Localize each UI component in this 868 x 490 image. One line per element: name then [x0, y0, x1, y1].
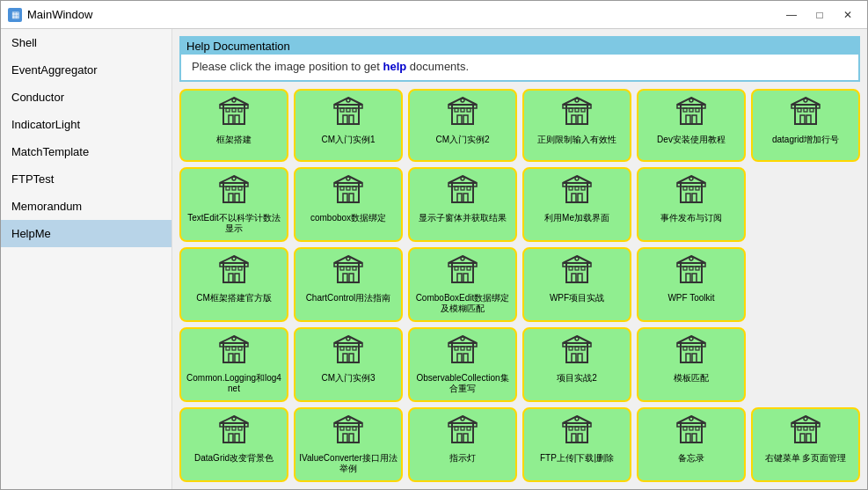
svg-rect-43: [696, 108, 699, 112]
card-item-26[interactable]: 指示灯: [408, 407, 517, 482]
card-item-14[interactable]: ComboBoxEdit数据绑定及模糊匹配: [408, 247, 517, 322]
svg-point-53: [804, 99, 807, 102]
svg-rect-121: [463, 274, 468, 282]
card-item-12[interactable]: CM框架搭建官方版: [179, 247, 288, 322]
svg-rect-85: [578, 194, 582, 202]
card-label-9: 利用Me加载界面: [544, 213, 609, 223]
svg-rect-228: [686, 434, 690, 442]
svg-point-188: [689, 337, 693, 340]
card-icon-24: [216, 414, 252, 450]
help-title: Help Documentation: [181, 38, 858, 55]
svg-rect-15: [346, 108, 350, 112]
svg-point-8: [232, 99, 236, 102]
svg-point-17: [346, 99, 350, 102]
maximize-button[interactable]: □: [807, 5, 832, 25]
card-label-15: WPF项目实战: [550, 293, 604, 304]
svg-point-224: [575, 417, 579, 421]
card-item-3[interactable]: 正则限制输入有效性: [522, 89, 631, 162]
card-item-29[interactable]: 右键菜单 多页面管理: [751, 407, 860, 482]
svg-rect-94: [692, 194, 697, 202]
card-item-10[interactable]: 事件发布与订阅: [637, 167, 746, 242]
svg-point-44: [689, 99, 693, 102]
card-icon-4: [674, 96, 709, 131]
card-label-8: 显示子窗体并获取结果: [419, 213, 507, 223]
card-item-19[interactable]: CM入门实例3: [294, 327, 403, 402]
card-item-18[interactable]: Common.Logging和log4net: [179, 327, 288, 402]
card-item-7[interactable]: combobox数据绑定: [294, 167, 403, 242]
card-item-21[interactable]: 项目实战2: [522, 327, 631, 402]
card-item-25[interactable]: IValueConverter接口用法举例: [294, 407, 403, 482]
card-item-0[interactable]: 框架搭建: [179, 89, 288, 162]
card-item-4[interactable]: Dev安装使用教程: [637, 89, 746, 162]
svg-rect-39: [686, 115, 690, 124]
sidebar-item-eventaggregator[interactable]: EventAggregator: [1, 56, 171, 84]
sidebar-item-memorandum[interactable]: Memorandum: [1, 193, 171, 220]
card-label-28: 备忘录: [678, 453, 704, 464]
svg-rect-76: [463, 194, 468, 202]
svg-rect-50: [798, 108, 801, 112]
svg-rect-210: [457, 434, 462, 442]
sidebar-item-helpme[interactable]: HelpMe: [1, 220, 171, 247]
card-icon-27: [559, 414, 594, 450]
svg-rect-120: [457, 274, 462, 282]
card-item-24[interactable]: DataGrid改变背景色: [179, 407, 288, 482]
card-item-27[interactable]: FTP上传|下载|删除: [522, 407, 631, 482]
card-label-5: datagrid增加行号: [772, 135, 839, 145]
card-item-6[interactable]: TextEdit不以科学计数法显示: [179, 167, 288, 242]
sidebar-item-ftptest[interactable]: FTPTest: [1, 165, 171, 193]
svg-point-89: [575, 177, 579, 180]
card-icon-16: [674, 254, 709, 289]
svg-rect-52: [810, 108, 813, 112]
svg-rect-175: [578, 354, 582, 362]
sidebar-item-indicatorlight[interactable]: IndicatorLight: [1, 111, 171, 138]
card-item-16[interactable]: WPF Toolkit: [637, 247, 746, 322]
card-item-5[interactable]: datagrid增加行号: [751, 89, 860, 162]
card-item-28[interactable]: 备忘录: [637, 407, 746, 482]
card-icon-2: [445, 96, 480, 131]
card-icon-13: [331, 254, 366, 289]
card-item-2[interactable]: CM入门实例2: [408, 89, 517, 162]
minimize-button[interactable]: —: [779, 5, 804, 25]
svg-rect-3: [229, 115, 233, 124]
sidebar: ShellEventAggregatorConductorIndicatorLi…: [1, 29, 172, 489]
svg-point-233: [689, 417, 693, 421]
card-item-9[interactable]: 利用Me加载界面: [522, 167, 631, 242]
svg-rect-67: [349, 194, 354, 202]
svg-rect-229: [692, 434, 697, 442]
card-item-15[interactable]: WPF项目实战: [522, 247, 631, 322]
svg-rect-192: [229, 434, 233, 442]
window-controls: — □ ✕: [779, 5, 860, 25]
card-icon-22: [674, 334, 709, 369]
svg-rect-103: [235, 274, 239, 282]
svg-rect-34: [581, 108, 585, 112]
card-icon-0: [216, 96, 252, 131]
sidebar-item-shell[interactable]: Shell: [1, 29, 171, 56]
svg-rect-166: [463, 354, 468, 362]
card-item-1[interactable]: CM入门实例1: [294, 89, 403, 162]
card-label-27: FTP上传|下载|删除: [540, 453, 614, 464]
card-label-20: ObservableCollection集合重写: [413, 373, 512, 394]
svg-rect-58: [235, 194, 239, 202]
svg-point-62: [232, 177, 236, 180]
card-item-22[interactable]: 模板匹配: [637, 327, 746, 402]
card-item-13[interactable]: ChartControl用法指南: [294, 247, 403, 322]
help-highlight: help: [383, 60, 407, 73]
card-item-8[interactable]: 显示子窗体并获取结果: [408, 167, 517, 242]
close-button[interactable]: ✕: [835, 5, 860, 25]
sidebar-item-matchtemplate[interactable]: MatchTemplate: [1, 138, 171, 165]
card-label-21: 项目实战2: [557, 373, 597, 384]
svg-point-197: [232, 417, 236, 421]
card-label-3: 正则限制输入有效性: [537, 135, 616, 145]
card-icon-3: [559, 96, 594, 131]
svg-point-71: [346, 177, 350, 180]
card-icon-6: [216, 174, 252, 209]
card-item-20[interactable]: ObservableCollection集合重写: [408, 327, 517, 402]
svg-rect-14: [340, 108, 344, 112]
svg-rect-31: [578, 115, 582, 124]
svg-point-206: [346, 417, 350, 421]
sidebar-item-conductor[interactable]: Conductor: [1, 84, 171, 111]
svg-rect-5: [226, 108, 230, 112]
card-icon-12: [216, 254, 252, 289]
card-icon-8: [445, 174, 480, 209]
svg-rect-16: [353, 108, 356, 112]
